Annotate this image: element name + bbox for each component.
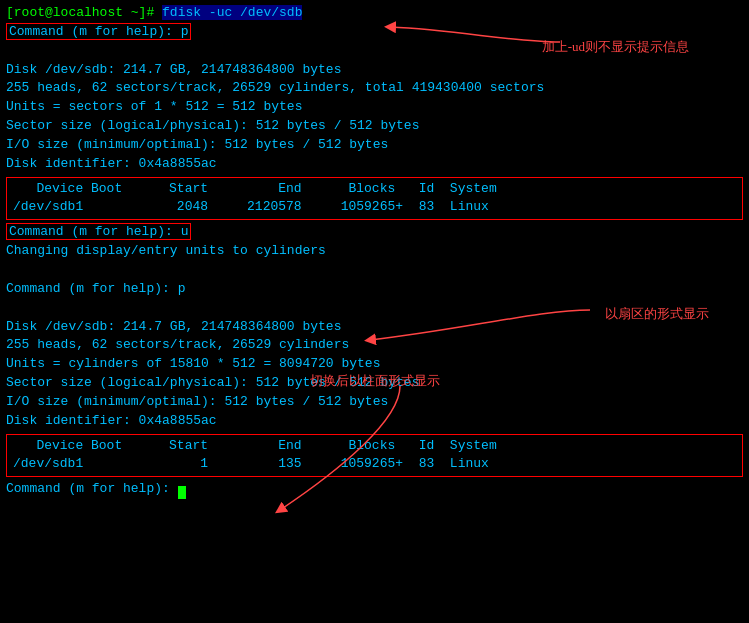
disk-info-1-5: I/O size (minimum/optimal): 512 bytes / … [6,136,743,155]
line-prompt-root: [root@localhost ~]# fdisk -uc /dev/sdb [6,4,743,23]
terminal-window: [root@localhost ~]# fdisk -uc /dev/sdb C… [0,0,749,623]
cmd-fdisk: fdisk -uc /dev/sdb [162,5,302,20]
cmd-label: Command (m for help): p [6,23,191,40]
prompt-text: [root@localhost ~]# [6,5,162,20]
disk-info-1-1: Disk /dev/sdb: 214.7 GB, 214748364800 by… [6,61,743,80]
line-cmd-p2: Command (m for help): p [6,280,743,299]
disk-info-1-4: Sector size (logical/physical): 512 byte… [6,117,743,136]
table2-row1: /dev/sdb1 1 135 1059265+ 83 Linux [13,455,736,474]
final-prompt-text: Command (m for help): [6,481,178,496]
disk-info-2-5: I/O size (minimum/optimal): 512 bytes / … [6,393,743,412]
disk-info-2-6: Disk identifier: 0x4a8855ac [6,412,743,431]
cmd-u-label: Command (m for help): u [6,223,191,240]
disk-info-1-6: Disk identifier: 0x4a8855ac [6,155,743,174]
line-final-prompt: Command (m for help): [6,480,743,499]
table1-header: Device Boot Start End Blocks Id System [13,180,736,199]
line-cmd-u: Command (m for help): u [6,223,743,242]
disk-info-2-2: 255 heads, 62 sectors/track, 26529 cylin… [6,336,743,355]
table2-header: Device Boot Start End Blocks Id System [13,437,736,456]
disk-info-1-2: 255 heads, 62 sectors/track, 26529 cylin… [6,79,743,98]
annotation-3: 切换后以柱面形式显示 [310,372,440,390]
blank-line-2 [6,261,743,280]
partition-table-1: Device Boot Start End Blocks Id System /… [6,177,743,221]
annotation-1: 加上-ud则不显示提示信息 [542,38,689,56]
partition-table-2: Device Boot Start End Blocks Id System /… [6,434,743,478]
line-cmd-u-response: Changing display/entry units to cylinder… [6,242,743,261]
annotation-2: 以扇区的形式显示 [605,305,709,323]
cursor-block [178,486,186,499]
table1-row1: /dev/sdb1 2048 2120578 1059265+ 83 Linux [13,198,736,217]
disk-info-1-3: Units = sectors of 1 * 512 = 512 bytes [6,98,743,117]
